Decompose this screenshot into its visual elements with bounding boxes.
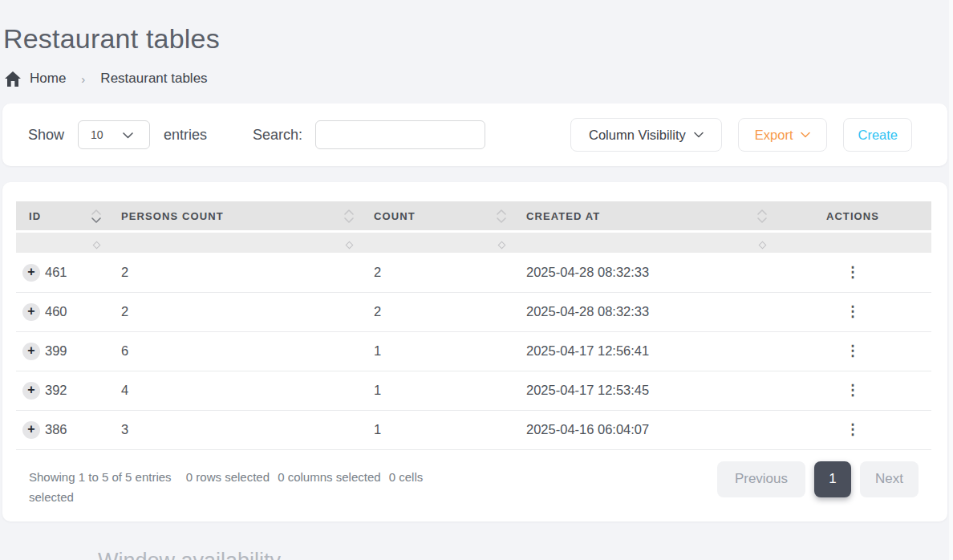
breadcrumb: Home › Restaurant tables [5,71,947,87]
sort-icons [496,209,507,224]
table-card: ID PERSONS COUNT [2,182,947,521]
kebab-icon: ⋮ [846,303,860,319]
column-header-count[interactable]: COUNT [361,201,513,231]
cell-persons-count[interactable]: 2 [108,253,361,292]
current-page-button[interactable]: 1 [814,461,851,497]
cell-persons-count[interactable]: 2 [108,292,361,331]
chevron-down-icon [801,132,810,138]
columns-selected-text: 0 columns selected [278,470,380,484]
row-actions-menu-button[interactable]: ⋮ [846,265,860,279]
cell-id[interactable]: + 461 [16,253,108,292]
table-filter-row [16,231,931,253]
cell-actions: ⋮ [774,253,931,292]
cell-id[interactable]: + 399 [16,331,108,371]
home-icon [5,71,21,87]
next-page-button[interactable]: Next [860,461,919,497]
id-value: 460 [45,304,67,319]
sort-desc-icon [91,217,102,224]
cell-id[interactable]: + 392 [16,371,108,410]
expand-row-button[interactable]: + [22,303,40,321]
table-row: + 461 2 2 2025-04-28 08:32:33 ⋮ [16,253,931,292]
export-button[interactable]: Export [738,118,828,152]
clipped-section-heading: Window availability [98,549,281,560]
cell-persons-count[interactable]: 3 [108,410,361,449]
filter-cell-created-at[interactable] [513,231,774,253]
kebab-icon: ⋮ [846,264,860,280]
cell-created-at[interactable]: 2025-04-17 12:56:41 [513,331,774,371]
cell-created-at[interactable]: 2025-04-28 08:32:33 [513,253,774,292]
column-label: PERSONS COUNT [121,210,224,222]
sort-desc-icon [343,217,355,224]
cell-actions: ⋮ [774,292,931,331]
column-header-actions: ACTIONS [774,201,931,231]
cell-actions: ⋮ [774,331,931,371]
plus-icon: + [27,305,34,318]
cell-persons-count[interactable]: 6 [108,331,361,371]
table-row: + 399 6 1 2025-04-17 12:56:41 ⋮ [16,331,931,371]
create-label: Create [858,128,898,143]
filter-cell-count[interactable] [361,231,513,253]
row-actions-menu-button[interactable]: ⋮ [846,422,860,436]
plus-icon: + [27,423,34,436]
column-label: ACTIONS [826,210,879,222]
search-input[interactable] [315,120,485,149]
filter-handle-icon [346,241,354,250]
id-value: 386 [45,422,67,437]
cell-persons-count[interactable]: 4 [108,371,361,410]
cell-actions: ⋮ [774,410,931,449]
table-header-row: ID PERSONS COUNT [16,201,931,231]
row-actions-menu-button[interactable]: ⋮ [846,343,860,358]
show-label: Show [28,127,64,144]
create-button[interactable]: Create [843,118,912,152]
expand-row-button[interactable]: + [22,382,40,400]
column-header-persons-count[interactable]: PERSONS COUNT [108,201,361,231]
column-label: COUNT [374,210,416,222]
plus-icon: + [27,383,34,396]
row-actions-menu-button[interactable]: ⋮ [846,304,860,319]
filter-handle-icon [498,241,506,250]
kebab-icon: ⋮ [846,343,860,359]
table-info: Showing 1 to 5 of 5 entries 0 rows selec… [29,468,466,508]
page-size-value: 10 [91,128,103,141]
cell-created-at[interactable]: 2025-04-16 06:04:07 [513,410,774,449]
table-row: + 460 2 2 2025-04-28 08:32:33 ⋮ [16,292,931,331]
cell-count[interactable]: 1 [361,371,513,410]
restaurant-tables-page: Restaurant tables Home › Restaurant tabl… [0,0,953,521]
breadcrumb-home-link[interactable]: Home [30,71,66,87]
cell-count[interactable]: 2 [361,292,513,331]
scrollbar[interactable] [949,0,953,560]
sort-asc-icon [91,209,102,216]
filter-cell-persons-count[interactable] [108,231,361,253]
page-title: Restaurant tables [3,24,947,54]
entries-label: entries [164,127,207,144]
cell-count[interactable]: 2 [361,253,513,292]
cell-created-at[interactable]: 2025-04-28 08:32:33 [513,292,774,331]
page-size-select[interactable]: 10 [78,120,150,149]
cell-id[interactable]: + 386 [16,410,108,449]
sort-icons [343,209,355,224]
plus-icon: + [27,266,34,278]
sort-asc-icon [756,209,768,216]
table-footer: Showing 1 to 5 of 5 entries 0 rows selec… [16,461,931,508]
expand-row-button[interactable]: + [22,343,40,360]
column-visibility-button[interactable]: Column Visibility [570,118,722,152]
cell-id[interactable]: + 460 [16,292,108,331]
export-label: Export [755,128,793,143]
chevron-down-icon [123,128,133,142]
cell-created-at[interactable]: 2025-04-17 12:53:45 [513,371,774,410]
toolbar-buttons: Column Visibility Export Create [570,118,912,152]
filter-cell-id[interactable] [16,231,108,253]
id-value: 392 [45,383,67,398]
sort-icons [91,209,102,224]
column-label: ID [29,210,41,222]
showing-entries-text: Showing 1 to 5 of 5 entries [29,470,172,484]
previous-page-button[interactable]: Previous [717,461,805,497]
cell-count[interactable]: 1 [361,410,513,449]
expand-row-button[interactable]: + [22,421,40,439]
column-header-id[interactable]: ID [16,201,108,231]
row-actions-menu-button[interactable]: ⋮ [846,383,860,397]
sort-desc-icon [496,217,507,224]
expand-row-button[interactable]: + [22,264,40,282]
column-header-created-at[interactable]: CREATED AT [513,201,774,231]
cell-count[interactable]: 1 [361,331,513,371]
